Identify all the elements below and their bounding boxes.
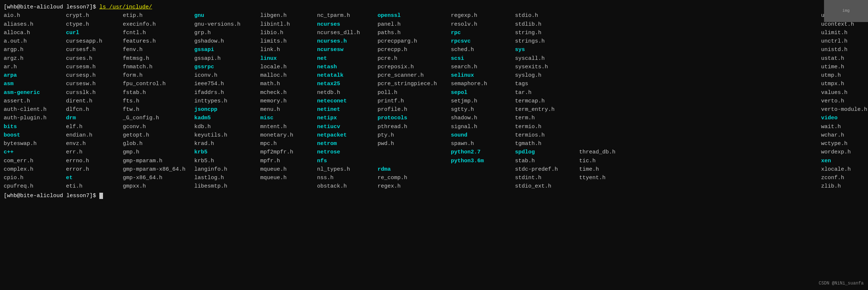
file-item: argz.h — [4, 54, 66, 63]
file-item — [645, 123, 704, 131]
file-item: auth-plugin.h — [4, 114, 66, 122]
file-item: glob.h — [123, 139, 194, 148]
file-item: mpc.h — [260, 139, 317, 148]
file-item: ifaddrs.h — [194, 88, 260, 97]
file-item: netax25 — [317, 80, 378, 88]
file-item: arpa — [4, 71, 66, 80]
file-item: selinux — [451, 71, 515, 80]
file-item: com_err.h — [4, 157, 66, 165]
file-item: gssapi — [194, 46, 260, 54]
file-item: shadow.h — [451, 114, 515, 122]
file-item — [645, 148, 704, 156]
file-item — [762, 20, 821, 29]
file-item: fnmatch.h — [123, 63, 194, 71]
file-item: gnu-versions.h — [194, 20, 260, 29]
file-item — [762, 37, 821, 46]
file-item: mcheck.h — [260, 88, 317, 97]
file-item: rdma — [378, 165, 451, 174]
file-item: c++ — [4, 148, 66, 156]
watermark: CSDN @NiNi_suanfa — [819, 280, 864, 287]
file-item: values.h — [821, 88, 868, 97]
file-item — [704, 11, 762, 20]
file-item: mpfr.h — [260, 157, 317, 165]
file-item: cpio.h — [4, 174, 66, 182]
file-item: thread_db.h — [579, 148, 645, 156]
file-item: unistd.h — [821, 46, 868, 54]
file-item: zconf.h — [821, 174, 868, 182]
file-item: wait.h — [821, 123, 868, 131]
file-item: pcre.h — [378, 54, 451, 63]
file-item — [762, 114, 821, 122]
file-item: xlocale.h — [821, 165, 868, 174]
file-item: nss.h — [317, 174, 378, 182]
file-item: xen — [821, 157, 868, 165]
file-item — [704, 46, 762, 54]
file-item: langinfo.h — [194, 165, 260, 174]
file-item: mqueue.h — [260, 165, 317, 174]
file-item — [645, 80, 704, 88]
file-item — [579, 88, 645, 97]
file-item: nfs — [317, 157, 378, 165]
file-item: python3.6m — [451, 157, 515, 165]
file-item — [704, 71, 762, 80]
file-item — [704, 174, 762, 182]
file-item: termio.h — [515, 123, 579, 131]
file-item: wchar.h — [821, 131, 868, 139]
file-item: asm — [4, 80, 66, 88]
file-item: mntent.h — [260, 123, 317, 131]
file-item — [762, 29, 821, 37]
file-item — [704, 29, 762, 37]
file-item — [579, 37, 645, 46]
file-item: gconv.h — [123, 123, 194, 131]
file-item: kadm5 — [194, 114, 260, 122]
file-item: verto-module.h — [821, 105, 868, 114]
file-item — [704, 148, 762, 156]
file-item — [645, 174, 704, 182]
file-item: getopt.h — [123, 131, 194, 139]
file-item: fstab.h — [123, 88, 194, 97]
file-item — [704, 165, 762, 174]
prompt-user-2: [whb@bite-alicloud lesson7]$ — [4, 192, 99, 200]
file-item: err.h — [66, 148, 123, 156]
file-item — [645, 37, 704, 46]
file-item: tic.h — [579, 157, 645, 165]
file-item: utmp.h — [821, 71, 868, 80]
file-item: libgen.h — [260, 11, 317, 20]
file-item — [645, 20, 704, 29]
file-item: pcrecpp.h — [378, 46, 451, 54]
file-item: fpu_control.h — [123, 80, 194, 88]
file-item: tgmath.h — [515, 139, 579, 148]
file-item: stdc-predef.h — [515, 165, 579, 174]
file-item: et — [66, 174, 123, 182]
file-item — [704, 114, 762, 122]
file-item — [645, 11, 704, 20]
file-item — [645, 54, 704, 63]
file-item — [704, 37, 762, 46]
file-item: string.h — [515, 29, 579, 37]
file-item: netiucv — [317, 123, 378, 131]
file-item: ieee754.h — [194, 80, 260, 88]
file-item — [762, 11, 821, 20]
file-item — [762, 174, 821, 182]
file-item: fts.h — [123, 97, 194, 105]
prompt-cmd-highlight: ls /usr/include/ — [99, 3, 152, 11]
file-item: cpufreq.h — [4, 182, 66, 191]
file-item: unctrl.h — [821, 37, 868, 46]
file-item: etip.h — [123, 11, 194, 20]
file-item: scsi — [451, 54, 515, 63]
file-item: drm — [66, 114, 123, 122]
file-item: eti.h — [66, 182, 123, 191]
file-item: mpf2mpfr.h — [260, 148, 317, 156]
file-item — [579, 131, 645, 139]
file-item: stab.h — [515, 157, 579, 165]
file-item: resolv.h — [451, 20, 515, 29]
file-item: gmpxx.h — [123, 182, 194, 191]
file-item: neteconet — [317, 97, 378, 105]
file-item: stdint.h — [515, 174, 579, 182]
file-item — [762, 88, 821, 97]
prompt-line-1: [whb@bite-alicloud lesson7]$ ls /usr/inc… — [4, 3, 864, 11]
file-item: krb5 — [194, 148, 260, 156]
file-item: zlib.h — [821, 182, 868, 191]
file-item: alloca.h — [4, 29, 66, 37]
file-item — [645, 105, 704, 114]
